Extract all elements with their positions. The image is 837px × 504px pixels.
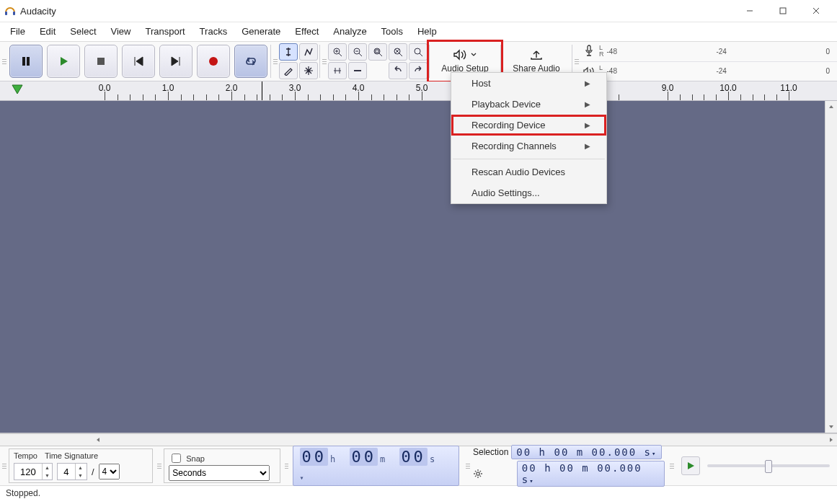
ruler-label: 3.0	[289, 83, 301, 93]
envelope-tool-icon[interactable]	[299, 43, 318, 61]
title-bar: Audacity	[0, 0, 837, 22]
audio-setup-menu: Host▶Playback Device▶Recording Device▶Re…	[451, 72, 607, 204]
playback-speed-slider[interactable]	[707, 464, 830, 467]
menu-tracks[interactable]: Tracks	[192, 24, 235, 40]
bottom-toolbar: Tempo Time Signature ▲▼ ▲▼ / 4 Snap Seco…	[0, 446, 837, 485]
play-at-speed-button[interactable]	[681, 456, 700, 475]
toolbar-grip[interactable]	[157, 449, 161, 482]
skip-end-button[interactable]	[159, 45, 192, 78]
status-bar: Stopped.	[0, 485, 837, 504]
toolbar-grip[interactable]	[2, 449, 6, 482]
selection-end[interactable]: 00 h 00 m 00.000 s▾	[517, 461, 665, 487]
tempo-label: Tempo	[14, 451, 37, 460]
chevron-right-icon: ▶	[585, 100, 590, 108]
selection-panel: Selection 00 h 00 m 00.000 s▾ 00 h 00 m …	[470, 446, 668, 485]
menu-generate[interactable]: Generate	[234, 24, 288, 40]
scroll-up-icon[interactable]	[825, 101, 837, 112]
svg-rect-10	[376, 50, 378, 53]
svg-rect-1	[13, 12, 15, 15]
selection-start[interactable]: 00 h 00 m 00.000 s▾	[511, 445, 662, 459]
trim-icon[interactable]	[328, 62, 347, 79]
transport-toolbar	[6, 42, 270, 81]
menu-item-host[interactable]: Host▶	[451, 73, 606, 94]
tempo-panel: Tempo Time Signature ▲▼ ▲▼ / 4	[9, 448, 154, 483]
chevron-right-icon: ▶	[585, 79, 590, 87]
timeline-ruler[interactable]: 0.01.02.03.04.05.09.010.011.0	[0, 81, 837, 101]
silence-icon[interactable]	[348, 62, 367, 79]
chevron-right-icon: ▶	[585, 121, 590, 129]
snap-unit-select[interactable]: Seconds	[169, 465, 270, 481]
selection-tool-icon[interactable]	[279, 43, 298, 61]
scroll-down-icon[interactable]	[825, 421, 837, 433]
undo-icon[interactable]	[389, 62, 407, 79]
zoom-out-icon[interactable]	[348, 43, 367, 61]
upload-icon	[530, 49, 543, 61]
snap-checkbox[interactable]: Snap	[169, 451, 205, 465]
svg-point-12	[415, 48, 420, 54]
snap-panel: Snap Seconds	[164, 448, 280, 483]
stop-button[interactable]	[84, 45, 118, 78]
menu-item-playback-device[interactable]: Playback Device▶	[451, 94, 606, 115]
redo-icon[interactable]	[409, 62, 428, 79]
vertical-scrollbar[interactable]	[825, 101, 837, 433]
skip-start-button[interactable]	[122, 45, 155, 78]
timesig-label: Time Signature	[45, 451, 98, 460]
time-display[interactable]: 00h 00m 00s ▾	[288, 446, 464, 485]
loop-button[interactable]	[234, 45, 267, 78]
svg-rect-2	[780, 8, 786, 14]
zoom-in-icon[interactable]	[328, 43, 347, 61]
gear-icon[interactable]	[473, 469, 514, 479]
multi-tool-icon[interactable]	[299, 62, 318, 79]
timesig-denominator[interactable]: 4	[99, 464, 120, 479]
menu-item-recording-device[interactable]: Recording Device▶	[451, 115, 606, 136]
menu-tools[interactable]: Tools	[374, 24, 410, 40]
menu-effect[interactable]: Effect	[288, 24, 326, 40]
close-button[interactable]	[800, 0, 833, 22]
speaker-icon	[453, 49, 477, 61]
scroll-left-icon[interactable]	[92, 434, 104, 446]
tempo-input[interactable]: ▲▼	[14, 463, 53, 480]
microphone-icon	[580, 43, 598, 60]
fit-selection-icon[interactable]	[368, 43, 387, 61]
chevron-down-icon[interactable]: ▾	[299, 474, 306, 482]
status-text: Stopped.	[6, 488, 40, 498]
svg-point-6	[209, 57, 218, 66]
svg-rect-3	[22, 57, 25, 66]
maximize-button[interactable]	[766, 0, 800, 22]
svg-rect-13	[588, 45, 590, 51]
menu-item-recording-channels[interactable]: Recording Channels▶	[451, 136, 606, 156]
menu-edit[interactable]: Edit	[32, 24, 63, 40]
menu-file[interactable]: File	[3, 24, 32, 40]
ruler-label: 4.0	[353, 83, 365, 93]
timesig-numerator[interactable]: ▲▼	[57, 463, 87, 480]
svg-point-14	[477, 472, 479, 475]
zoom-tools	[327, 42, 429, 81]
ruler-label: 9.0	[662, 83, 674, 93]
chevron-down-icon	[471, 53, 477, 57]
record-button[interactable]	[197, 45, 230, 78]
horizontal-scrollbar[interactable]	[0, 433, 837, 446]
ruler-label: 5.0	[416, 83, 428, 93]
menu-view[interactable]: View	[104, 24, 138, 40]
menu-analyze[interactable]: Analyze	[326, 24, 373, 40]
minimize-button[interactable]	[733, 0, 766, 22]
menu-help[interactable]: Help	[410, 24, 444, 40]
edit-tools	[278, 42, 319, 81]
draw-tool-icon[interactable]	[279, 62, 298, 79]
pause-button[interactable]	[9, 45, 43, 78]
svg-point-9	[374, 48, 380, 54]
play-button[interactable]	[47, 45, 80, 78]
window-title: Audacity	[20, 6, 56, 17]
record-meter[interactable]: LR -48-240	[579, 42, 837, 61]
menu-item-rescan-audio-devices[interactable]: Rescan Audio Devices	[451, 162, 606, 182]
fit-project-icon[interactable]	[389, 43, 407, 61]
menu-select[interactable]: Select	[63, 24, 103, 40]
playback-meter[interactable]: LR -48-240	[579, 61, 837, 81]
menu-transport[interactable]: Transport	[138, 24, 192, 40]
track-area[interactable]	[0, 101, 837, 433]
zoom-toggle-icon[interactable]	[409, 43, 428, 61]
menu-item-audio-settings-[interactable]: Audio Settings...	[451, 182, 606, 203]
svg-rect-0	[5, 12, 7, 15]
ruler-label: 11.0	[780, 83, 797, 93]
scroll-right-icon[interactable]	[825, 434, 837, 446]
